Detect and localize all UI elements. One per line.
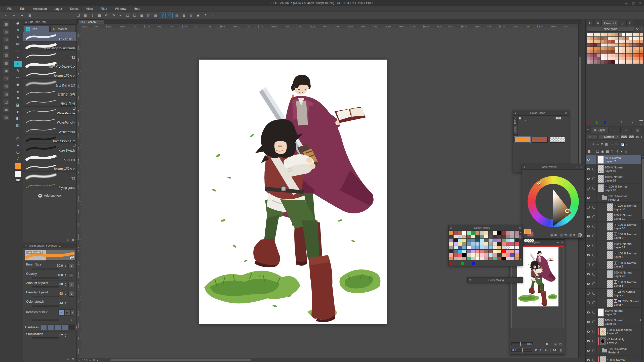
history-swatch[interactable] [449,242,453,246]
canvas-document[interactable] [199,60,387,324]
color-swatch[interactable] [622,33,625,36]
layer-thumbnail[interactable] [598,175,604,183]
layer-thumbnail[interactable] [598,165,604,173]
color-swatch[interactable] [587,43,590,47]
history-swatch[interactable] [510,250,514,253]
history-swatch[interactable] [515,253,519,257]
layer-row[interactable]: ◍100 % Normal Layer 5 [586,260,644,269]
color-swatch[interactable] [622,37,625,40]
tab-info-icon[interactable]: ⓘ [619,20,626,26]
color-swatch[interactable] [594,37,597,40]
history-swatch[interactable] [506,253,510,257]
color-swatch[interactable] [636,47,639,50]
color-swatch[interactable] [615,57,618,60]
color-swatch[interactable] [597,54,600,57]
color-swatch[interactable] [587,40,590,43]
chevron-down-icon[interactable]: ▼ [70,309,74,315]
palette-dock-icon[interactable]: ▤ [3,21,9,27]
color-swatch[interactable] [619,43,622,47]
color-swatch[interactable] [615,47,618,50]
unlock-icon[interactable] [70,257,73,259]
history-swatch[interactable] [515,242,519,246]
property-source-button[interactable]: ⇓ [68,282,74,287]
history-swatch[interactable] [497,250,501,253]
layer-row[interactable]: ◍100 % Normal Layer 40 [586,164,644,174]
history-swatch[interactable] [515,235,519,239]
color-swatch[interactable] [619,54,622,57]
history-swatch[interactable] [454,239,458,242]
footer-swatch[interactable] [461,262,464,265]
history-swatch[interactable] [467,250,471,253]
color-swatch[interactable] [636,37,639,40]
fountain-pen[interactable]: ✎ [14,68,22,74]
tab-intermediate-color-icon[interactable]: ▣ [594,20,601,26]
layer-visibility-cell[interactable] [586,241,591,250]
transfer-layer-icon[interactable]: ⇅ [611,150,614,153]
palette-dock-icon[interactable]: ▦ [3,44,9,50]
color-swatch[interactable] [608,47,611,50]
color-swatch[interactable] [619,60,622,64]
color-swatch[interactable] [608,60,611,64]
layer-visibility-cell[interactable] [586,279,591,288]
balloon[interactable]: ❍ [14,149,22,155]
zoom[interactable]: ◉ [14,20,22,26]
blue-swatch[interactable] [604,121,606,124]
color-swatch[interactable] [611,60,615,64]
layer-visibility-cell[interactable] [586,289,591,298]
color-swatch[interactable] [626,37,629,40]
layer-row[interactable]: ◍23 % Normal Layer 4 [586,298,644,308]
paste[interactable]: ❒ [132,13,137,18]
footer-swatch[interactable] [472,262,475,265]
rotate-cw[interactable]: ↻ [539,348,544,352]
dock-control-icon[interactable]: ≡ [19,13,25,18]
history-swatch[interactable] [458,235,462,239]
replace-color-icon[interactable]: ◔ [631,121,633,125]
history-swatch[interactable] [458,242,462,246]
history-scrollbar[interactable]: ▲▼ [519,231,522,261]
menu-item[interactable]: Filter [97,7,111,11]
history-swatch[interactable] [515,246,519,249]
color-swatch[interactable] [626,60,629,64]
history-swatch[interactable] [467,253,471,257]
layer-row[interactable]: ◍100 % Normal Layer 9 [586,231,644,241]
history-swatch[interactable] [497,239,501,242]
color-swatch[interactable] [604,37,608,40]
layer-row[interactable]: ⌄ ◍100 % Normal Folder 2 [586,193,644,203]
wheel-shape-toggle-icon[interactable] [578,233,582,237]
color-swatch[interactable] [611,40,615,43]
layer-thumbnail[interactable] [607,222,613,231]
layer-edit-cell[interactable] [591,298,597,307]
layer-visibility-cell[interactable] [586,155,591,164]
color-swatch[interactable] [615,37,618,40]
settings[interactable]: ⋯ [209,13,215,18]
color-swatch[interactable] [640,33,643,36]
layer-row[interactable]: ◍49 % Normal Layer 47 [586,155,644,164]
color-swatch[interactable] [608,40,611,43]
history-swatch[interactable] [506,242,510,246]
property-source-button[interactable]: ⇓ [68,263,74,269]
blend-mode-dropdown[interactable]: Normal [599,134,619,140]
history-swatch[interactable] [506,246,510,249]
color-swatch[interactable] [604,47,608,50]
color-swatch[interactable] [590,50,593,54]
fit-dropdown-icon[interactable]: ▾ [97,359,98,362]
layer-thumbnail[interactable] [607,299,613,307]
layer-thumbnail[interactable] [600,337,606,345]
layer-row[interactable]: ◍100 % Normal Layer 10 [586,222,644,231]
color-swatch[interactable] [608,50,611,54]
history-swatch[interactable] [449,250,453,253]
history-swatch[interactable] [462,231,466,235]
tab-timeline-icon[interactable]: ▦ [632,127,643,133]
green-swatch[interactable] [596,121,597,124]
color-swatch[interactable] [597,60,600,64]
menu-item[interactable]: File [4,7,16,11]
snap-ruler[interactable]: ╱ [160,13,166,18]
flip-horizontal[interactable]: ⋈ [552,348,557,352]
brush-row[interactable]: WaterPencil● [23,107,76,116]
history-swatch[interactable] [467,246,471,249]
snap-grid[interactable]: ▩ [153,13,158,18]
color-swatch[interactable] [601,50,604,54]
layer-row[interactable]: ◍100 % Color dodge Layer 43 [586,327,644,336]
layer-thumbnail[interactable] [607,270,613,278]
layer-visibility-cell[interactable] [586,193,591,202]
